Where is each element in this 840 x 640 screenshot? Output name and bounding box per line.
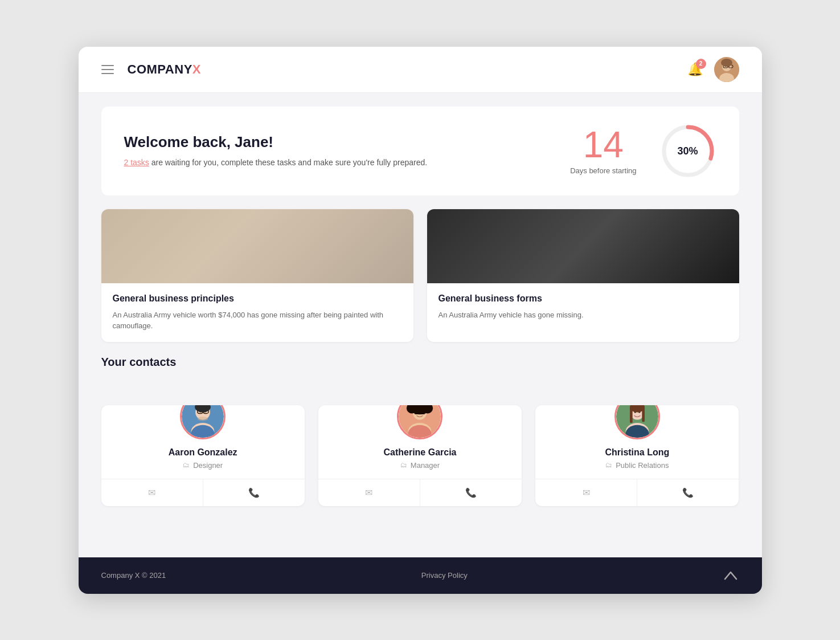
svg-rect-43 [642, 407, 645, 422]
days-stat: 14 Days before starting [570, 127, 636, 175]
svg-rect-42 [630, 407, 633, 423]
card-1: General business forms An Australia Army… [427, 209, 739, 342]
contact-email-0[interactable]: ✉ [101, 479, 203, 506]
contact-name-1: Catherine Garcia [383, 447, 456, 458]
notification-badge: 2 [696, 59, 706, 69]
footer-copyright: Company X © 2021 [101, 571, 166, 580]
card-1-desc: An Australia Army vehicle has gone missi… [439, 309, 728, 321]
card-0-image [101, 209, 413, 283]
logo: COMPANYX [128, 62, 202, 77]
welcome-text: Welcome back, Jane! 2 tasks are waiting … [124, 133, 428, 169]
contacts-section: Your contacts [101, 356, 739, 506]
svg-point-21 [198, 417, 208, 421]
contact-bottom-1: ✉ 📞 [318, 479, 522, 506]
days-label: Days before starting [570, 166, 636, 175]
contact-email-2[interactable]: ✉ [535, 479, 637, 506]
contact-phone-1[interactable]: 📞 [420, 479, 522, 506]
contact-avatar-2 [614, 405, 660, 439]
contact-top-0: Aaron Gonzalez 🗂 Designer [101, 405, 305, 479]
role-icon-1: 🗂 [400, 461, 407, 469]
card-0-desc: An Australia Army vehicle worth $74,000 … [113, 309, 402, 332]
contact-bottom-0: ✉ 📞 [101, 479, 305, 506]
contact-name-0: Aaron Gonzalez [169, 447, 237, 458]
contact-avatar-0 [180, 405, 226, 439]
contact-phone-2[interactable]: 📞 [637, 479, 739, 506]
avatar-svg-1 [399, 405, 441, 438]
app-window: COMPANYX 🔔 2 [79, 47, 762, 594]
progress-circle: 30% [659, 123, 716, 180]
contact-card-2: Christina Long 🗂 Public Relations ✉ 📞 [535, 405, 739, 506]
avatar-image [714, 57, 739, 82]
header-right: 🔔 2 [687, 57, 739, 82]
progress-text: 30% [677, 145, 698, 157]
menu-button[interactable] [101, 65, 114, 74]
chevron-up-icon [724, 571, 737, 580]
card-1-body: General business forms An Australia Army… [427, 283, 739, 331]
contact-top-1: Catherine Garcia 🗂 Manager [318, 405, 522, 479]
contact-card-1: Catherine Garcia 🗂 Manager ✉ 📞 [318, 405, 522, 506]
header: COMPANYX 🔔 2 [79, 47, 762, 93]
card-1-title: General business forms [439, 293, 728, 304]
header-left: COMPANYX [101, 62, 202, 77]
avatar-svg-0 [182, 405, 224, 438]
contacts-title: Your contacts [101, 356, 739, 369]
footer: Company X © 2021 Privacy Policy [79, 557, 762, 594]
user-avatar[interactable] [714, 57, 739, 82]
contact-phone-0[interactable]: 📞 [203, 479, 305, 506]
contacts-grid: Aaron Gonzalez 🗂 Designer ✉ 📞 [101, 405, 739, 506]
notification-bell[interactable]: 🔔 2 [687, 62, 703, 77]
tasks-link[interactable]: 2 tasks [124, 158, 149, 167]
cards-row: General business principles An Australia… [101, 209, 739, 342]
card-0-body: General business principles An Australia… [101, 283, 413, 342]
avatar-svg-2 [616, 405, 658, 438]
welcome-stats: 14 Days before starting 30% [570, 123, 716, 180]
contact-role-2: 🗂 Public Relations [605, 461, 669, 470]
welcome-title: Welcome back, Jane! [124, 133, 428, 151]
days-number: 14 [570, 127, 636, 163]
role-icon-0: 🗂 [183, 461, 190, 469]
contact-card-0: Aaron Gonzalez 🗂 Designer ✉ 📞 [101, 405, 305, 506]
card-0-title: General business principles [113, 293, 402, 304]
role-icon-2: 🗂 [605, 461, 612, 469]
svg-point-8 [721, 59, 732, 67]
contact-top-2: Christina Long 🗂 Public Relations [535, 405, 739, 479]
footer-privacy[interactable]: Privacy Policy [421, 571, 468, 580]
contact-role-1: 🗂 Manager [400, 461, 440, 470]
card-1-image [427, 209, 739, 283]
main-content: General business principles An Australia… [79, 195, 762, 540]
contact-email-1[interactable]: ✉ [318, 479, 420, 506]
welcome-banner: Welcome back, Jane! 2 tasks are waiting … [101, 107, 739, 195]
contact-role-0: 🗂 Designer [183, 461, 223, 470]
contact-bottom-2: ✉ 📞 [535, 479, 739, 506]
avatar-svg [714, 57, 739, 82]
welcome-description: 2 tasks are waiting for you, complete th… [124, 157, 428, 169]
contact-name-2: Christina Long [605, 447, 669, 458]
contact-avatar-1 [397, 405, 442, 439]
card-0: General business principles An Australia… [101, 209, 413, 342]
scroll-to-top-button[interactable] [723, 568, 739, 584]
